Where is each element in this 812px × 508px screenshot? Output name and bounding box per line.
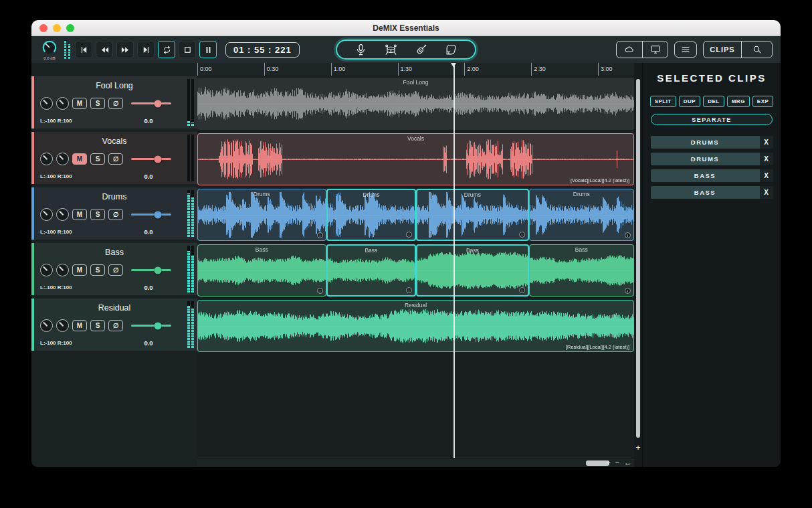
phase-button[interactable]: ∅ [108,264,123,276]
phase-button[interactable]: ∅ [108,209,123,220]
separate-button[interactable]: SEPARATE [651,114,773,125]
horizontal-scrollbar[interactable]: + − ↔ [197,458,634,467]
audio-clip[interactable]: Drums i [326,189,417,241]
clip-info-badge[interactable]: i [519,232,525,238]
minimize-button[interactable] [53,24,61,32]
skip-to-end-button[interactable] [137,41,155,58]
zoom-out-button[interactable]: − [615,459,619,467]
stop-button[interactable] [179,41,196,58]
mute-button[interactable]: M [72,264,87,276]
remove-clip-button[interactable]: X [760,169,773,182]
clip-info-badge[interactable]: i [406,287,412,293]
clip-info-badge[interactable]: i [317,288,323,294]
audio-clip[interactable]: Bass i [326,244,417,297]
mute-button[interactable]: M [72,153,87,165]
menu-button[interactable] [674,41,697,58]
volume-slider-thumb[interactable] [154,266,161,274]
zoom-in-button[interactable]: + [606,459,610,467]
gain-knob[interactable] [40,264,53,276]
piano-icon[interactable] [445,44,458,56]
remove-clip-button[interactable]: X [760,136,773,149]
selected-clip-item[interactable]: BASS X [651,169,773,182]
volume-slider[interactable] [131,158,171,160]
clip-info-badge[interactable]: i [519,287,525,293]
clip-action-split[interactable]: SPLIT [650,96,676,107]
stem-selector[interactable] [336,39,476,60]
clip-action-mrg[interactable]: MRG [727,96,750,107]
pan-knob[interactable] [56,319,69,332]
cloud-button[interactable] [617,41,642,58]
audio-clip[interactable]: Bass i [529,244,634,297]
volume-slider-thumb[interactable] [154,322,161,329]
remove-clip-button[interactable]: X [760,153,773,165]
volume-slider[interactable] [131,102,171,104]
pan-knob[interactable] [56,264,69,276]
audio-clip[interactable]: Residual [Residual][Local][4.2 (latest)] [197,300,634,352]
volume-slider[interactable] [131,214,171,216]
audio-clip[interactable]: Fool Long [197,78,634,130]
close-button[interactable] [39,24,47,32]
phase-button[interactable]: ∅ [108,320,123,331]
solo-button[interactable]: S [90,264,105,276]
clip-action-exp[interactable]: EXP [752,96,774,107]
audio-clip[interactable]: Vocals [Vocals][Local][4.2 (latest)] [197,133,634,185]
mute-button[interactable]: M [72,98,87,109]
microphone-icon[interactable] [354,44,367,56]
audio-clip[interactable]: Drums i [529,189,634,241]
mute-button[interactable]: M [72,320,87,331]
timeline-area: 0:000:301:001:302:002:303:00 Fool Long V… [197,63,634,467]
audio-clip[interactable]: Drums i [197,189,326,241]
solo-button[interactable]: S [90,153,105,165]
audio-clip[interactable]: Bass i [416,244,528,297]
drums-icon[interactable] [385,44,397,56]
pan-knob[interactable] [56,208,69,221]
skip-to-start-button[interactable] [75,41,92,58]
vertical-scrollbar[interactable]: + [634,63,642,467]
solo-button[interactable]: S [90,98,105,109]
phase-button[interactable]: ∅ [108,153,123,165]
remove-clip-button[interactable]: X [760,186,773,199]
output-gain-knob[interactable] [41,39,58,56]
selected-clip-item[interactable]: DRUMS X [651,136,773,149]
solo-button[interactable]: S [90,209,105,220]
volume-slider[interactable] [131,325,171,327]
fullscreen-button[interactable] [66,24,74,32]
vscroll-handle[interactable] [636,79,640,438]
gain-knob[interactable] [40,208,53,221]
phase-button[interactable]: ∅ [108,98,123,109]
gain-knob[interactable] [40,319,53,332]
search-button[interactable] [741,41,772,58]
zoom-fit-button[interactable]: ↔ [624,459,631,467]
loop-button[interactable] [158,41,175,58]
pan-knob[interactable] [56,153,69,165]
rewind-button[interactable] [96,41,113,58]
audio-clip[interactable]: Drums i [416,189,528,241]
clip-info-badge[interactable]: i [317,232,323,238]
gain-knob[interactable] [40,97,53,110]
local-device-button[interactable] [642,41,668,58]
clip-info-badge[interactable]: i [406,232,412,238]
fast-forward-button[interactable] [116,41,134,58]
pause-button[interactable] [199,41,217,58]
mute-button[interactable]: M [72,209,87,220]
volume-slider-thumb[interactable] [154,211,161,218]
clips-button[interactable]: CLIPS [704,41,741,58]
selected-clip-item[interactable]: BASS X [651,186,773,199]
selected-clip-item[interactable]: DRUMS X [651,153,773,165]
volume-slider[interactable] [131,269,171,271]
playhead[interactable] [453,63,455,458]
clip-action-dup[interactable]: DUP [679,96,700,107]
clip-action-del[interactable]: DEL [703,96,724,107]
playhead-marker[interactable] [451,63,456,68]
solo-button[interactable]: S [90,320,105,331]
volume-slider-thumb[interactable] [154,155,161,163]
clip-info-badge[interactable]: i [625,232,631,238]
time-ruler[interactable]: 0:000:301:001:302:002:303:00 [197,63,634,76]
pan-knob[interactable] [56,97,69,110]
audio-clip[interactable]: Bass i [197,244,326,297]
guitar-icon[interactable] [415,44,427,56]
gain-knob[interactable] [40,153,53,165]
vertical-zoom-in-button[interactable]: + [634,443,642,452]
volume-slider-thumb[interactable] [154,100,161,107]
clip-info-badge[interactable]: i [625,288,631,294]
